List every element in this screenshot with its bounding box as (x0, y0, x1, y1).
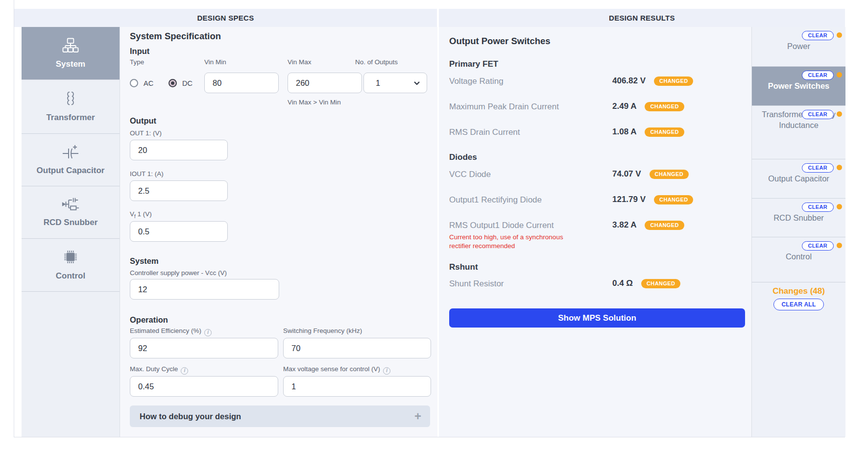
clear-button[interactable]: CLEAR (802, 241, 834, 251)
design-results-panel: Output Power Switches Primary FET Voltag… (439, 27, 751, 437)
sidebar-item-rcd-snubber[interactable]: RCD Snubber (22, 186, 120, 239)
changed-badge: CHANGED (645, 102, 684, 111)
info-icon[interactable]: i (204, 329, 212, 336)
output-section-heading: Output (130, 116, 156, 126)
sidebar-item-control[interactable]: Control (22, 239, 120, 292)
result-value: 3.82 A (612, 220, 636, 230)
info-icon[interactable]: i (181, 367, 188, 375)
sidebar-item-output-capacitor[interactable]: Output Capacitor (22, 134, 120, 186)
frequency-label: Switching Frequency (kHz) (283, 327, 362, 334)
frequency-input[interactable] (283, 338, 431, 358)
show-mps-solution-button[interactable]: Show MPS Solution (449, 308, 745, 328)
result-row: Output1 Rectifying Diode 121.79 VCHANGED (449, 195, 746, 210)
clear-button[interactable]: CLEAR (802, 71, 834, 80)
changed-badge: CHANGED (645, 127, 684, 137)
operation-section-heading: Operation (130, 315, 168, 325)
vin-min-input[interactable] (204, 73, 279, 93)
vf1-input[interactable] (130, 221, 228, 242)
input-section-heading: Input (130, 47, 149, 56)
results-nav-rcd-snubber[interactable]: CLEAR RCD Snubber (752, 199, 845, 237)
plus-icon[interactable]: + (414, 411, 421, 421)
primary-fet-heading: Primary FET (449, 59, 498, 69)
results-nav-rail: CLEAR Power CLEAR Power Switches CLEAR T… (751, 27, 845, 437)
results-nav-power-switches[interactable]: CLEAR Power Switches (752, 67, 845, 106)
sidebar-item-label: Transformer (46, 113, 95, 123)
design-tool-app: DESIGN SPECS DESIGN RESULTS System (0, 0, 868, 456)
rcd-snubber-circuit-icon (61, 197, 80, 213)
radio-option-ac[interactable]: AC (130, 79, 153, 87)
type-label: Type (130, 58, 144, 66)
system-hierarchy-icon (62, 38, 79, 55)
sidebar-item-label: Control (56, 271, 85, 281)
radio-dc-label: DC (182, 79, 193, 87)
result-value: 1.08 A (612, 127, 636, 137)
changed-dot-icon (837, 165, 842, 170)
changed-badge: CHANGED (645, 221, 684, 230)
spec-panel-title: System Specification (130, 31, 221, 42)
out1-input[interactable] (130, 140, 228, 160)
clear-button[interactable]: CLEAR (802, 203, 834, 212)
changed-dot-icon (837, 111, 842, 117)
result-value: 74.07 V (612, 169, 641, 179)
transformer-icon (62, 91, 79, 108)
vin-max-label: Vin Max (288, 58, 312, 66)
results-nav-output-capacitor[interactable]: CLEAR Output Capacitor (752, 159, 845, 199)
voltage-sense-label: Max voltage sense for control (V)i (283, 365, 390, 375)
clear-button[interactable]: CLEAR (802, 110, 834, 119)
debug-expander[interactable]: How to debug your design + (130, 405, 430, 427)
rshunt-heading: Rshunt (449, 262, 478, 272)
diode-current-warning: Current too high, use of a synchronous r… (449, 233, 573, 250)
results-nav-control[interactable]: CLEAR Control (752, 237, 845, 276)
radio-dc-icon (169, 79, 177, 87)
result-value: 0.4 Ω (612, 279, 633, 288)
duty-cycle-input[interactable] (130, 376, 278, 397)
main-container: DESIGN SPECS DESIGN RESULTS System (14, 0, 845, 437)
result-row: Maximum Peak Drain Current 2.49 ACHANGED (449, 102, 746, 117)
vcc-label: Controller supply power - Vcc (V) (130, 269, 227, 277)
result-row: RMS Output1 Diode Current 3.82 ACHANGED … (449, 221, 746, 235)
sidebar-item-transformer[interactable]: Transformer (22, 80, 120, 134)
capacitor-icon (62, 145, 79, 161)
clear-button[interactable]: CLEAR (802, 163, 834, 173)
vf1-label: Vf 1 (V) (130, 210, 152, 219)
vin-min-label: Vin Min (204, 58, 226, 66)
iout1-input[interactable] (130, 180, 228, 201)
outputs-select[interactable]: 1 (363, 73, 427, 93)
result-value: 121.79 V (612, 195, 646, 204)
design-specs-panel: System Specification Input Type Vin Min … (120, 27, 437, 437)
changed-dot-icon (837, 204, 842, 209)
clear-button[interactable]: CLEAR (802, 31, 834, 40)
sidebar-item-label: RCD Snubber (44, 218, 98, 228)
results-nav-transformer-primary-inductance[interactable]: CLEAR Transformer Primary Inductance (752, 106, 845, 159)
changed-dot-icon (837, 32, 842, 38)
design-specs-header: DESIGN SPECS (14, 9, 437, 27)
changed-badge: CHANGED (641, 279, 680, 288)
result-row: Voltage Rating 406.82 VCHANGED (449, 76, 746, 91)
sidebar-item-system[interactable]: System (22, 27, 120, 80)
iout1-label: IOUT 1: (A) (130, 170, 164, 177)
clear-all-button[interactable]: CLEAR ALL (773, 299, 823, 310)
sidebar-item-label: Output Capacitor (37, 166, 105, 176)
changed-dot-icon (837, 243, 842, 248)
result-value: 2.49 A (612, 101, 636, 111)
out1-label: OUT 1: (V) (130, 129, 162, 137)
results-nav-power[interactable]: CLEAR Power (752, 27, 845, 67)
changes-footer: Changes (48) CLEAR ALL (752, 282, 845, 310)
outputs-select-value: 1 (364, 78, 414, 88)
left-nav-rail: System Transformer (14, 27, 120, 437)
changed-badge: CHANGED (654, 195, 693, 204)
chevron-down-icon (414, 81, 420, 85)
radio-option-dc[interactable]: DC (169, 79, 193, 87)
changed-badge: CHANGED (654, 76, 693, 86)
info-icon[interactable]: i (383, 367, 390, 375)
efficiency-label: Estimated Efficiency (%)i (130, 327, 212, 336)
result-row: RMS Drain Current 1.08 ACHANGED (449, 127, 746, 142)
outputs-label: No. of Outputs (355, 58, 398, 66)
results-title: Output Power Switches (449, 36, 551, 47)
vin-max-input[interactable] (288, 73, 362, 93)
voltage-sense-input[interactable] (283, 376, 431, 397)
efficiency-input[interactable] (130, 338, 278, 358)
duty-cycle-label: Max. Duty Cyclei (130, 365, 188, 375)
vcc-input[interactable] (130, 279, 279, 300)
changed-badge: CHANGED (650, 170, 689, 179)
